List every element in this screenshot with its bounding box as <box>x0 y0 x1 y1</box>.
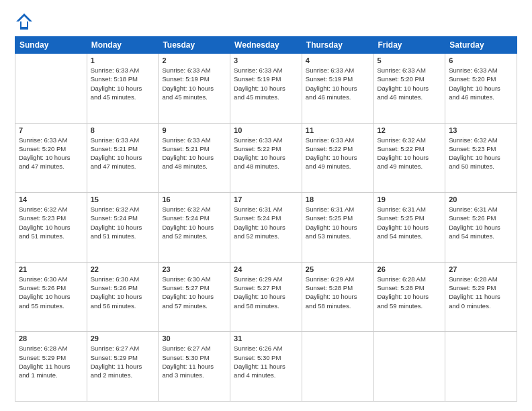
col-header-monday: Monday <box>87 37 159 54</box>
day-info: Sunrise: 6:30 AMSunset: 5:26 PMDaylight:… <box>91 275 155 310</box>
day-info: Sunrise: 6:33 AMSunset: 5:22 PMDaylight:… <box>306 136 370 171</box>
day-number: 27 <box>449 265 513 273</box>
calendar-cell: 18Sunrise: 6:31 AMSunset: 5:25 PMDayligh… <box>302 193 373 263</box>
day-info: Sunrise: 6:27 AMSunset: 5:29 PMDaylight:… <box>91 344 155 379</box>
day-number: 23 <box>162 265 226 273</box>
day-info: Sunrise: 6:30 AMSunset: 5:27 PMDaylight:… <box>162 275 226 310</box>
col-header-thursday: Thursday <box>302 37 373 54</box>
day-info: Sunrise: 6:33 AMSunset: 5:21 PMDaylight:… <box>91 136 155 171</box>
calendar-cell: 24Sunrise: 6:29 AMSunset: 5:27 PMDayligh… <box>230 262 302 332</box>
day-info: Sunrise: 6:28 AMSunset: 5:29 PMDaylight:… <box>449 275 513 310</box>
day-info: Sunrise: 6:32 AMSunset: 5:23 PMDaylight:… <box>19 205 83 240</box>
day-info: Sunrise: 6:33 AMSunset: 5:20 PMDaylight:… <box>19 136 83 171</box>
day-number: 1 <box>91 56 155 64</box>
calendar-cell: 21Sunrise: 6:30 AMSunset: 5:26 PMDayligh… <box>15 262 87 332</box>
col-header-saturday: Saturday <box>445 37 517 54</box>
calendar-cell: 6Sunrise: 6:33 AMSunset: 5:20 PMDaylight… <box>445 54 517 124</box>
calendar-cell: 28Sunrise: 6:28 AMSunset: 5:29 PMDayligh… <box>15 332 87 402</box>
calendar-cell: 12Sunrise: 6:32 AMSunset: 5:22 PMDayligh… <box>373 123 445 193</box>
day-number: 13 <box>449 126 513 134</box>
calendar-cell: 15Sunrise: 6:32 AMSunset: 5:24 PMDayligh… <box>87 193 159 263</box>
day-number: 30 <box>162 334 226 342</box>
day-number: 10 <box>234 126 298 134</box>
calendar-cell: 22Sunrise: 6:30 AMSunset: 5:26 PMDayligh… <box>87 262 159 332</box>
col-header-tuesday: Tuesday <box>159 37 230 54</box>
calendar-cell: 25Sunrise: 6:29 AMSunset: 5:28 PMDayligh… <box>302 262 373 332</box>
day-info: Sunrise: 6:32 AMSunset: 5:22 PMDaylight:… <box>378 136 442 171</box>
day-number: 15 <box>91 195 155 203</box>
day-number: 16 <box>162 195 226 203</box>
day-info: Sunrise: 6:33 AMSunset: 5:19 PMDaylight:… <box>234 66 298 101</box>
day-number: 9 <box>162 126 226 134</box>
calendar-cell: 31Sunrise: 6:26 AMSunset: 5:30 PMDayligh… <box>230 332 302 402</box>
calendar-header-row: SundayMondayTuesdayWednesdayThursdayFrid… <box>15 37 517 54</box>
logo <box>15 12 35 31</box>
day-info: Sunrise: 6:32 AMSunset: 5:24 PMDaylight:… <box>91 205 155 240</box>
day-number: 6 <box>449 56 513 64</box>
calendar-cell: 20Sunrise: 6:31 AMSunset: 5:26 PMDayligh… <box>445 193 517 263</box>
day-info: Sunrise: 6:33 AMSunset: 5:19 PMDaylight:… <box>306 66 370 101</box>
day-number: 7 <box>19 126 83 134</box>
calendar-week-4: 21Sunrise: 6:30 AMSunset: 5:26 PMDayligh… <box>15 262 517 332</box>
col-header-sunday: Sunday <box>15 37 87 54</box>
calendar-cell <box>445 332 517 402</box>
day-number: 20 <box>449 195 513 203</box>
day-number: 26 <box>378 265 442 273</box>
calendar-cell: 19Sunrise: 6:31 AMSunset: 5:25 PMDayligh… <box>373 193 445 263</box>
day-number: 24 <box>234 265 298 273</box>
day-info: Sunrise: 6:33 AMSunset: 5:22 PMDaylight:… <box>234 136 298 171</box>
calendar-cell: 30Sunrise: 6:27 AMSunset: 5:30 PMDayligh… <box>159 332 230 402</box>
day-number: 22 <box>91 265 155 273</box>
calendar-cell: 26Sunrise: 6:28 AMSunset: 5:28 PMDayligh… <box>373 262 445 332</box>
day-info: Sunrise: 6:33 AMSunset: 5:18 PMDaylight:… <box>91 66 155 101</box>
calendar-cell: 5Sunrise: 6:33 AMSunset: 5:20 PMDaylight… <box>373 54 445 124</box>
calendar-cell: 14Sunrise: 6:32 AMSunset: 5:23 PMDayligh… <box>15 193 87 263</box>
day-info: Sunrise: 6:33 AMSunset: 5:21 PMDaylight:… <box>162 136 226 171</box>
day-number: 8 <box>91 126 155 134</box>
day-number: 4 <box>306 56 370 64</box>
day-info: Sunrise: 6:31 AMSunset: 5:26 PMDaylight:… <box>449 205 513 240</box>
calendar-week-5: 28Sunrise: 6:28 AMSunset: 5:29 PMDayligh… <box>15 332 517 402</box>
calendar-cell: 3Sunrise: 6:33 AMSunset: 5:19 PMDaylight… <box>230 54 302 124</box>
calendar-cell: 4Sunrise: 6:33 AMSunset: 5:19 PMDaylight… <box>302 54 373 124</box>
calendar-cell: 17Sunrise: 6:31 AMSunset: 5:24 PMDayligh… <box>230 193 302 263</box>
day-number: 12 <box>378 126 442 134</box>
day-number: 2 <box>162 56 226 64</box>
day-info: Sunrise: 6:29 AMSunset: 5:28 PMDaylight:… <box>306 275 370 310</box>
calendar-cell: 2Sunrise: 6:33 AMSunset: 5:19 PMDaylight… <box>159 54 230 124</box>
calendar-cell: 1Sunrise: 6:33 AMSunset: 5:18 PMDaylight… <box>87 54 159 124</box>
day-number: 3 <box>234 56 298 64</box>
calendar-cell: 9Sunrise: 6:33 AMSunset: 5:21 PMDaylight… <box>159 123 230 193</box>
col-header-friday: Friday <box>373 37 445 54</box>
calendar-cell <box>15 54 87 124</box>
calendar-cell: 10Sunrise: 6:33 AMSunset: 5:22 PMDayligh… <box>230 123 302 193</box>
day-number: 29 <box>91 334 155 342</box>
header <box>15 12 517 31</box>
day-info: Sunrise: 6:31 AMSunset: 5:25 PMDaylight:… <box>378 205 442 240</box>
day-number: 19 <box>378 195 442 203</box>
day-info: Sunrise: 6:29 AMSunset: 5:27 PMDaylight:… <box>234 275 298 310</box>
calendar-week-1: 1Sunrise: 6:33 AMSunset: 5:18 PMDaylight… <box>15 54 517 124</box>
day-number: 31 <box>234 334 298 342</box>
day-info: Sunrise: 6:31 AMSunset: 5:24 PMDaylight:… <box>234 205 298 240</box>
day-number: 28 <box>19 334 83 342</box>
day-info: Sunrise: 6:33 AMSunset: 5:20 PMDaylight:… <box>378 66 442 101</box>
calendar-week-2: 7Sunrise: 6:33 AMSunset: 5:20 PMDaylight… <box>15 123 517 193</box>
day-number: 18 <box>306 195 370 203</box>
day-info: Sunrise: 6:33 AMSunset: 5:19 PMDaylight:… <box>162 66 226 101</box>
day-number: 25 <box>306 265 370 273</box>
day-info: Sunrise: 6:26 AMSunset: 5:30 PMDaylight:… <box>234 344 298 379</box>
day-number: 11 <box>306 126 370 134</box>
day-info: Sunrise: 6:31 AMSunset: 5:25 PMDaylight:… <box>306 205 370 240</box>
calendar-cell: 16Sunrise: 6:32 AMSunset: 5:24 PMDayligh… <box>159 193 230 263</box>
calendar-cell: 27Sunrise: 6:28 AMSunset: 5:29 PMDayligh… <box>445 262 517 332</box>
calendar-cell: 13Sunrise: 6:32 AMSunset: 5:23 PMDayligh… <box>445 123 517 193</box>
calendar-table: SundayMondayTuesdayWednesdayThursdayFrid… <box>15 36 517 402</box>
logo-icon <box>15 12 34 31</box>
calendar-week-3: 14Sunrise: 6:32 AMSunset: 5:23 PMDayligh… <box>15 193 517 263</box>
calendar-cell: 7Sunrise: 6:33 AMSunset: 5:20 PMDaylight… <box>15 123 87 193</box>
day-number: 5 <box>378 56 442 64</box>
calendar-cell: 23Sunrise: 6:30 AMSunset: 5:27 PMDayligh… <box>159 262 230 332</box>
calendar-cell: 11Sunrise: 6:33 AMSunset: 5:22 PMDayligh… <box>302 123 373 193</box>
calendar-cell <box>302 332 373 402</box>
